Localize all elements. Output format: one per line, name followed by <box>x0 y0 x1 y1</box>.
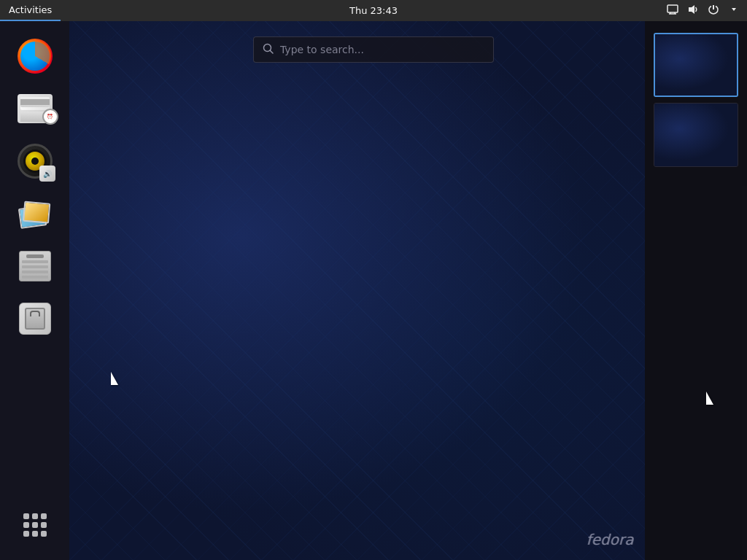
filemanager-icon <box>16 247 54 285</box>
workspace-2-preview <box>654 104 738 166</box>
svg-marker-5 <box>732 8 736 11</box>
software-launcher[interactable] <box>12 295 58 342</box>
desktop[interactable]: fedora <box>69 21 645 560</box>
workspace-1[interactable] <box>654 33 738 97</box>
power-icon[interactable] <box>705 4 722 18</box>
workspace-1-preview <box>655 34 737 96</box>
firefox-launcher[interactable] <box>12 33 58 79</box>
search-bar[interactable]: Type to search... <box>253 36 494 63</box>
workspace-switcher <box>645 21 747 560</box>
show-apps-button[interactable] <box>12 502 58 548</box>
clock: Thu 23:43 <box>349 5 398 16</box>
activities-button[interactable]: Activities <box>0 0 61 21</box>
search-container[interactable]: Type to search... <box>253 36 494 63</box>
volume-icon[interactable] <box>684 4 702 18</box>
mail-launcher[interactable]: ⏰ <box>12 85 58 132</box>
fedora-watermark: fedora <box>586 531 633 548</box>
rhythmbox-launcher[interactable]: 🔊 <box>12 138 58 184</box>
speaker-icon: 🔊 <box>39 166 55 182</box>
screen-icon[interactable] <box>664 4 681 18</box>
system-tray <box>664 4 747 18</box>
topbar: Activities Thu 23:43 <box>0 0 747 21</box>
photos-icon <box>18 196 53 231</box>
software-icon <box>16 300 54 338</box>
dash-sidebar: ⏰ 🔊 <box>0 21 69 560</box>
search-placeholder: Type to search... <box>280 44 364 55</box>
svg-rect-0 <box>667 5 678 12</box>
svg-line-7 <box>271 50 274 53</box>
apps-grid-icon <box>23 513 47 537</box>
menu-arrow-icon[interactable] <box>725 4 743 18</box>
svg-marker-4 <box>689 5 694 14</box>
firefox-icon <box>18 39 53 74</box>
photos-launcher[interactable] <box>12 190 58 237</box>
filemanager-launcher[interactable] <box>12 243 58 289</box>
clock-overlay-icon: ⏰ <box>42 109 58 125</box>
workspace-2[interactable] <box>654 103 738 167</box>
search-icon <box>263 43 274 57</box>
